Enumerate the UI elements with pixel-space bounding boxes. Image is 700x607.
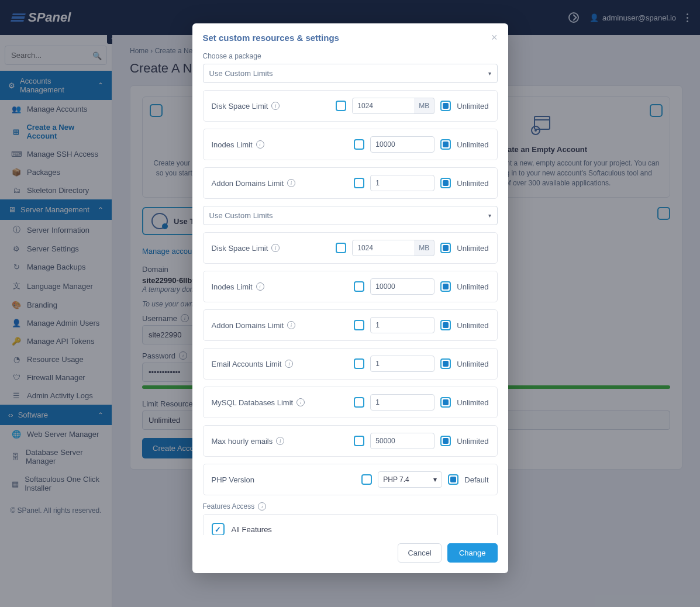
limit-value-input[interactable] — [352, 240, 416, 256]
limit-group1-row-2: Addon Domains Limit iUnlimited — [203, 167, 498, 199]
chevron-down-icon: ▾ — [433, 475, 437, 484]
info-icon: i — [296, 398, 305, 406]
limit-group2-row-1: Inodes Limit iUnlimited — [203, 271, 498, 302]
limit-value-input[interactable] — [370, 394, 435, 411]
limit-enable-checkbox[interactable] — [354, 358, 364, 369]
unlimited-checkbox[interactable] — [440, 397, 451, 408]
features-label: Features Access i — [203, 502, 498, 511]
limit-value-input[interactable] — [352, 98, 416, 114]
info-icon: i — [258, 502, 266, 511]
unlimited-label: Unlimited — [457, 102, 488, 111]
unlimited-checkbox[interactable] — [440, 139, 451, 150]
info-icon: i — [285, 360, 293, 368]
limit-group1-row-1: Inodes Limit iUnlimited — [203, 129, 498, 160]
limit-name: Disk Space Limit i — [212, 244, 305, 253]
unlimited-checkbox[interactable] — [440, 358, 451, 369]
info-icon: i — [287, 179, 295, 187]
limit-group1-row-0: Disk Space Limit iMBUnlimited — [203, 90, 498, 122]
limit-name: Addon Domains Limit i — [212, 179, 305, 188]
limit-name: Addon Domains Limit i — [212, 321, 305, 330]
php-label: PHP Version — [212, 475, 305, 484]
cancel-button[interactable]: Cancel — [398, 543, 441, 563]
limit-enable-checkbox[interactable] — [354, 281, 364, 292]
limit-enable-checkbox[interactable] — [336, 101, 346, 111]
all-features-label: All Features — [232, 525, 272, 534]
info-icon: i — [276, 437, 284, 445]
limit-enable-checkbox[interactable] — [336, 243, 346, 253]
limit-enable-checkbox[interactable] — [354, 397, 364, 408]
info-icon: i — [287, 321, 295, 329]
unlimited-label: Unlimited — [457, 140, 488, 149]
limit-enable-checkbox[interactable] — [354, 436, 364, 446]
package-select-2[interactable]: Use Custom Limits▾ — [203, 206, 498, 225]
resources-modal: Set custom resources & settings × Choose… — [192, 23, 508, 573]
unit-label: MB — [414, 240, 435, 256]
limit-group2-row-0: Disk Space Limit iMBUnlimited — [203, 232, 498, 264]
unit-label: MB — [414, 98, 435, 114]
limit-value-input[interactable] — [370, 175, 435, 191]
chevron-down-icon: ▾ — [488, 212, 491, 219]
php-default-label: Default — [464, 475, 488, 484]
limit-name: Disk Space Limit i — [212, 102, 305, 111]
unlimited-checkbox[interactable] — [440, 178, 451, 188]
modal-body: Choose a package Use Custom Limits▾ Disk… — [192, 52, 508, 535]
unlimited-label: Unlimited — [457, 437, 488, 446]
all-features-checkbox[interactable]: ✓ — [212, 523, 225, 535]
php-default-checkbox[interactable] — [448, 474, 458, 485]
limit-name: MySQL Databases Limit i — [212, 398, 305, 407]
modal-overlay: Set custom resources & settings × Choose… — [0, 0, 700, 607]
limit-value-input[interactable] — [370, 278, 435, 295]
change-button[interactable]: Change — [447, 543, 498, 563]
info-icon: i — [256, 140, 264, 149]
unlimited-checkbox[interactable] — [440, 243, 451, 253]
info-icon: i — [271, 102, 280, 110]
limit-value-input[interactable] — [370, 433, 435, 449]
info-icon: i — [271, 244, 280, 252]
modal-title: Set custom resources & settings — [203, 33, 339, 43]
limit-group2-row-4: MySQL Databases Limit iUnlimited — [203, 387, 498, 418]
limit-group2-row-5: Max hourly emails iUnlimited — [203, 425, 498, 457]
unlimited-label: Unlimited — [457, 282, 488, 291]
limit-name: Max hourly emails i — [212, 437, 305, 446]
unlimited-label: Unlimited — [457, 398, 488, 407]
limit-name: Email Accounts Limit i — [212, 360, 305, 368]
unlimited-label: Unlimited — [457, 321, 488, 330]
unlimited-checkbox[interactable] — [440, 320, 451, 330]
limit-enable-checkbox[interactable] — [354, 320, 364, 330]
modal-footer: Cancel Change — [192, 535, 508, 573]
limit-group2-row-3: Email Accounts Limit iUnlimited — [203, 348, 498, 380]
close-icon[interactable]: × — [491, 32, 498, 44]
package-select[interactable]: Use Custom Limits▾ — [203, 64, 498, 83]
features-row: ✓ All Features — [203, 514, 498, 535]
chevron-down-icon: ▾ — [488, 70, 491, 77]
limit-value-input[interactable] — [370, 136, 435, 153]
limit-name: Inodes Limit i — [212, 140, 305, 149]
limit-enable-checkbox[interactable] — [354, 139, 364, 150]
php-checkbox[interactable] — [361, 474, 372, 485]
unlimited-label: Unlimited — [457, 360, 488, 368]
limit-value-input[interactable] — [370, 317, 435, 333]
php-select[interactable]: PHP 7.4▾ — [378, 471, 442, 488]
unlimited-label: Unlimited — [457, 179, 488, 188]
unlimited-checkbox[interactable] — [440, 101, 451, 111]
limit-value-input[interactable] — [370, 356, 435, 372]
unlimited-label: Unlimited — [457, 244, 488, 253]
limit-group2-row-2: Addon Domains Limit iUnlimited — [203, 309, 498, 341]
modal-header: Set custom resources & settings × — [192, 23, 508, 52]
limit-name: Inodes Limit i — [212, 282, 305, 291]
limit-enable-checkbox[interactable] — [354, 178, 364, 188]
php-version-row: PHP Version PHP 7.4▾ Default — [203, 464, 498, 495]
unlimited-checkbox[interactable] — [440, 436, 451, 446]
info-icon: i — [256, 282, 264, 291]
package-label: Choose a package — [203, 52, 498, 60]
unlimited-checkbox[interactable] — [440, 281, 451, 292]
